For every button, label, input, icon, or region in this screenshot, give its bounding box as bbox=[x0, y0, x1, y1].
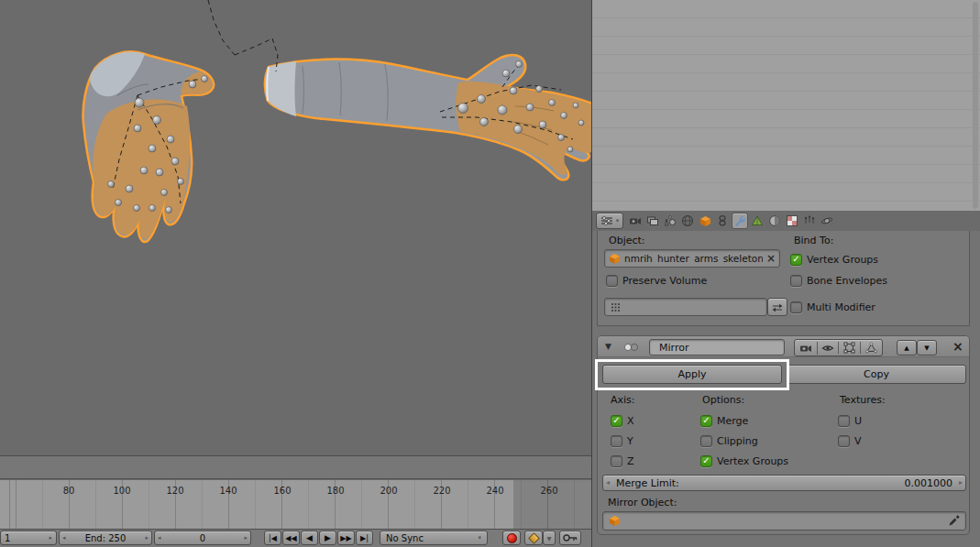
checkbox-box: ✓ bbox=[838, 415, 850, 427]
render-visibility-toggle[interactable] bbox=[795, 342, 817, 355]
frame-start-field[interactable]: 1 ▸ bbox=[0, 531, 57, 545]
mirror-object-label: Mirror Object: bbox=[608, 497, 677, 509]
axis-label: Axis: bbox=[611, 394, 635, 406]
checkbox-box: ✓ bbox=[790, 254, 802, 266]
record-button[interactable] bbox=[502, 531, 521, 545]
stepper-left-icon: ◂ bbox=[62, 534, 66, 542]
texture-u-checkbox[interactable]: ✓ U bbox=[838, 414, 862, 427]
frame-end-field[interactable]: ◂ End: 250 ▸ bbox=[59, 531, 152, 545]
tab-scene[interactable] bbox=[662, 213, 678, 229]
clipping-checkbox[interactable]: ✓ Clipping bbox=[700, 434, 758, 447]
multi-modifier-checkbox[interactable]: ✓ Multi Modifier bbox=[790, 301, 875, 313]
slider-left-icon[interactable]: ◂ bbox=[606, 478, 610, 487]
axis-y-checkbox[interactable]: ✓ Y bbox=[611, 434, 633, 447]
on-cage-toggle[interactable] bbox=[860, 342, 882, 354]
vertex-groups-checkbox[interactable]: ✓ Vertex Groups bbox=[790, 253, 878, 266]
modifier-display-toggles bbox=[794, 339, 883, 356]
checkbox-box: ✓ bbox=[611, 435, 622, 447]
material-sphere-icon bbox=[768, 214, 781, 227]
mirror-object-selector[interactable] bbox=[602, 511, 966, 531]
delete-modifier-icon[interactable]: × bbox=[952, 339, 963, 354]
properties-editor-type-button[interactable]: ▾ bbox=[596, 213, 623, 229]
bone-envelopes-checkbox[interactable]: ✓ Bone Envelopes bbox=[790, 274, 887, 287]
object-label: Object: bbox=[609, 235, 645, 246]
invert-vertex-group-button[interactable] bbox=[767, 298, 787, 316]
sync-mode-dropdown[interactable]: No Sync ▾ bbox=[380, 531, 488, 545]
mirror-vertex-groups-checkbox[interactable]: ✓ Vertex Groups bbox=[700, 454, 788, 467]
modifier-name-field[interactable]: Mirror bbox=[649, 339, 785, 356]
tab-world[interactable] bbox=[679, 213, 696, 229]
checkbox-label: Merge bbox=[717, 415, 748, 427]
viewport-visibility-toggle[interactable] bbox=[817, 342, 839, 355]
timeline-frame-label: 240 bbox=[486, 486, 503, 496]
preserve-volume-checkbox[interactable]: ✓ Preserve Volume bbox=[606, 274, 707, 287]
checkbox-box: ✓ bbox=[700, 415, 712, 427]
frame-end-text: End: 250 bbox=[85, 533, 127, 543]
bind-to-label: Bind To: bbox=[794, 235, 833, 246]
play-reverse-button[interactable]: ◀ bbox=[301, 531, 318, 545]
timeline-frame-label: 220 bbox=[433, 486, 450, 496]
key-icon bbox=[563, 533, 578, 542]
checkbox-label: Vertex Groups bbox=[807, 254, 878, 266]
checkbox-label: U bbox=[854, 415, 862, 427]
current-frame-field[interactable]: ◂ 0 ▸ bbox=[154, 531, 251, 545]
move-modifier-down-button[interactable]: ▼ bbox=[917, 340, 937, 356]
checkbox-label: Y bbox=[627, 435, 633, 447]
properties-sliders-icon bbox=[600, 215, 613, 226]
move-modifier-up-button[interactable]: ▲ bbox=[897, 340, 917, 356]
tab-object-data[interactable] bbox=[749, 213, 765, 229]
merge-limit-value: 0.001000 bbox=[905, 477, 953, 489]
checkbox-box: ✓ bbox=[790, 301, 802, 313]
keying-diamond-icon bbox=[528, 532, 540, 544]
outliner-panel[interactable] bbox=[591, 0, 980, 211]
copy-button[interactable]: Copy bbox=[787, 365, 966, 384]
camera-icon bbox=[629, 214, 642, 227]
apply-button[interactable]: Apply bbox=[602, 365, 782, 384]
keying-set-button[interactable] bbox=[524, 531, 543, 545]
axis-z-checkbox[interactable]: ✓ Z bbox=[611, 454, 634, 467]
tab-physics[interactable] bbox=[819, 213, 835, 229]
play-button[interactable]: ▶ bbox=[319, 531, 336, 545]
tab-render-layers[interactable] bbox=[644, 213, 661, 229]
keying-set-dropdown[interactable]: ▾ bbox=[543, 531, 556, 545]
eyedropper-icon[interactable] bbox=[948, 515, 960, 527]
jump-to-start-button[interactable]: |◀ bbox=[264, 531, 281, 545]
tab-constraints[interactable] bbox=[714, 213, 731, 229]
sync-mode-value: No Sync bbox=[386, 533, 424, 543]
outliner-scrollbar[interactable] bbox=[973, 2, 978, 209]
physics-icon bbox=[820, 214, 833, 227]
orange-cube-icon bbox=[609, 515, 621, 527]
merge-checkbox[interactable]: ✓ Merge bbox=[700, 414, 748, 427]
texture-v-checkbox[interactable]: ✓ V bbox=[838, 434, 862, 447]
tab-object[interactable] bbox=[697, 213, 713, 229]
check-icon: ✓ bbox=[702, 456, 710, 465]
insert-keyframe-button[interactable] bbox=[559, 531, 581, 545]
clear-object-icon[interactable]: × bbox=[766, 252, 776, 265]
tab-particles[interactable] bbox=[801, 213, 818, 229]
viewport-header: ▾ ▾ ▾ Global ▾ bbox=[0, 455, 591, 479]
t tab-texture[interactable] bbox=[784, 213, 800, 229]
checkbox-box: ✓ bbox=[611, 455, 622, 467]
3d-viewport[interactable] bbox=[0, 0, 591, 455]
checkbox-box: ✓ bbox=[700, 455, 712, 467]
previous-keyframe-button[interactable]: ◀◀ bbox=[282, 531, 300, 545]
jump-to-end-button[interactable]: ▶| bbox=[356, 531, 373, 545]
checkbox-box: ✓ bbox=[611, 415, 622, 427]
timeline-frame-label: 260 bbox=[540, 486, 557, 496]
edit-mode-toggle[interactable] bbox=[838, 342, 860, 354]
merge-limit-slider[interactable]: ◂ Merge Limit: 0.001000 ▸ bbox=[602, 475, 966, 491]
armature-object-selector[interactable]: nmrih_hunter_arms_skeleton × bbox=[604, 249, 780, 268]
vertex-group-field[interactable] bbox=[604, 298, 767, 316]
expand-panel-icon[interactable]: ▼ bbox=[605, 342, 611, 351]
dropdown-icon: ▾ bbox=[478, 534, 481, 542]
stepper-right-icon: ▸ bbox=[244, 534, 248, 542]
swap-arrows-icon bbox=[771, 301, 784, 313]
mirror-modifier-icon bbox=[623, 341, 639, 354]
slider-right-icon[interactable]: ▸ bbox=[959, 478, 963, 487]
tab-modifiers[interactable] bbox=[732, 213, 748, 229]
tab-material[interactable] bbox=[766, 213, 783, 229]
next-keyframe-button[interactable]: ▶▶ bbox=[337, 531, 355, 545]
axis-x-checkbox[interactable]: ✓ X bbox=[611, 414, 634, 427]
checkbox-box: ✓ bbox=[838, 435, 850, 447]
tab-render[interactable] bbox=[627, 213, 644, 229]
